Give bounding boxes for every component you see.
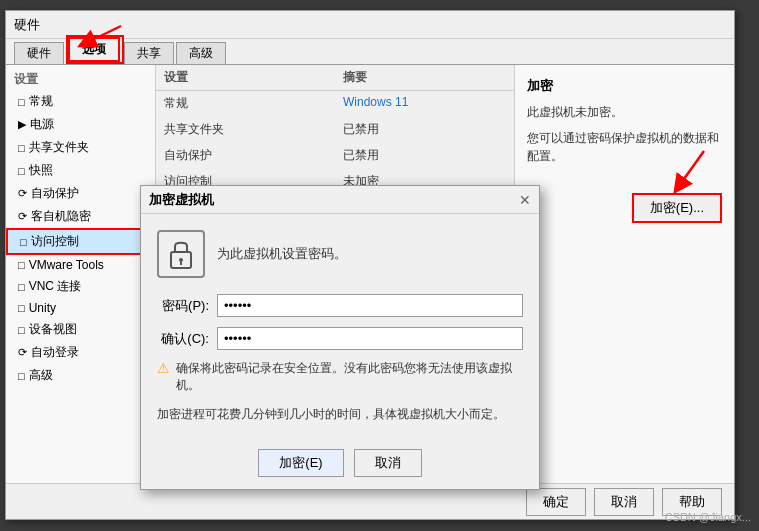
sub-dialog-titlebar: 加密虚拟机 ✕ [141, 186, 539, 214]
confirm-label: 确认(C): [157, 330, 217, 348]
warning-text: 确保将此密码记录在安全位置。没有此密码您将无法使用该虚拟机。 [176, 360, 523, 394]
warning-row: ⚠ 确保将此密码记录在安全位置。没有此密码您将无法使用该虚拟机。 [157, 360, 523, 394]
sub-dialog-desc: 为此虚拟机设置密码。 [217, 245, 347, 263]
password-row: 密码(P): [157, 294, 523, 317]
password-input[interactable] [217, 294, 523, 317]
confirm-input[interactable] [217, 327, 523, 350]
sub-encrypt-button[interactable]: 加密(E) [258, 449, 343, 477]
password-label: 密码(P): [157, 297, 217, 315]
sub-dialog-overlay: 加密虚拟机 ✕ 为此虚拟机设置密码。 密码(P): [0, 0, 759, 531]
lock-icon [157, 230, 205, 278]
lock-svg [165, 236, 197, 272]
svg-point-3 [179, 258, 183, 262]
sub-dialog-footer: 加密(E) 取消 [141, 439, 539, 489]
sub-dialog-header: 为此虚拟机设置密码。 [157, 230, 523, 278]
sub-dialog-title: 加密虚拟机 [149, 191, 214, 209]
sub-dialog-content: 为此虚拟机设置密码。 密码(P): 确认(C): ⚠ 确保将此密码记录在安全位置… [141, 214, 539, 439]
note-text: 加密进程可花费几分钟到几小时的时间，具体视虚拟机大小而定。 [157, 402, 523, 423]
sub-dialog: 加密虚拟机 ✕ 为此虚拟机设置密码。 密码(P): [140, 185, 540, 490]
warning-icon: ⚠ [157, 360, 170, 376]
confirm-row: 确认(C): [157, 327, 523, 350]
sub-cancel-button[interactable]: 取消 [354, 449, 422, 477]
watermark: CSDN @Jiangx... [665, 511, 751, 523]
sub-dialog-close-button[interactable]: ✕ [519, 192, 531, 208]
